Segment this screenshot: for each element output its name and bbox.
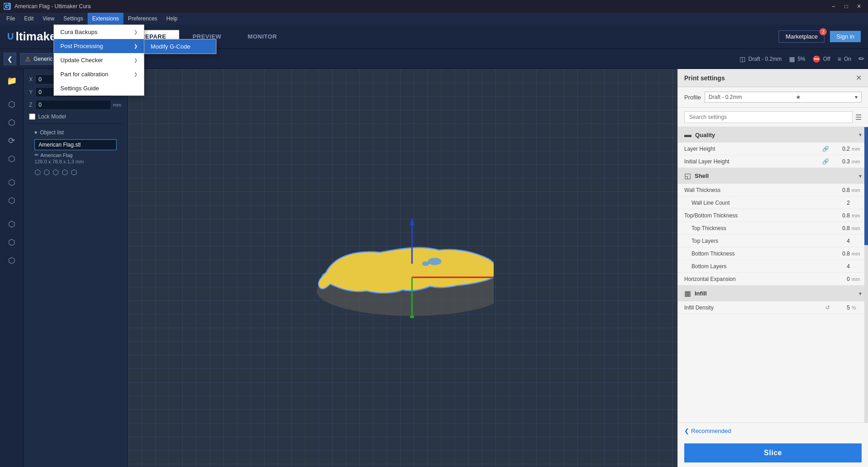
menu-file[interactable]: File <box>2 13 20 25</box>
infill-density-value: 5 <box>832 305 850 311</box>
wall-thickness-row: Wall Thickness 0.8 mm <box>678 184 868 197</box>
horizontal-expansion-value: 0 <box>832 276 850 282</box>
object-top-icon[interactable]: ⬡ <box>53 168 59 177</box>
infill-chevron: ▾ <box>859 290 862 297</box>
infill-section-icon: ▦ <box>684 289 691 298</box>
menu-part-calibration[interactable]: Part for calibration ❯ <box>54 67 144 81</box>
z-coord-row: Z mm <box>29 100 122 110</box>
layer-height-unit: mm <box>852 146 862 152</box>
tool-open-file[interactable]: 📁 <box>4 73 20 89</box>
object-side-icon[interactable]: ⬡ <box>44 168 50 177</box>
infill-density-unit: % <box>852 305 862 310</box>
menu-edit[interactable]: Edit <box>20 13 38 25</box>
material-warning-icon: ⚠ <box>25 55 31 63</box>
z-input[interactable] <box>35 100 111 110</box>
layer-height-link-icon: 🔗 <box>822 146 829 152</box>
object-more-icon[interactable]: ⬡ <box>71 168 77 177</box>
update-checker-arrow: ❯ <box>134 58 137 63</box>
infill-section-header[interactable]: ▦ Infill ▾ <box>678 285 868 301</box>
top-bottom-thickness-value: 0.8 <box>832 212 850 219</box>
infill-density-label: Infill Density <box>684 305 825 311</box>
print-settings-header: Print settings ✕ <box>678 69 868 87</box>
adhesion-setting: ≡ On <box>838 55 851 63</box>
menu-settings-guide[interactable]: Settings Guide <box>54 81 144 95</box>
menu-cura-backups[interactable]: Cura Backups ❯ <box>54 25 144 39</box>
menu-settings[interactable]: Settings <box>59 13 88 25</box>
signin-button[interactable]: Sign in <box>830 31 861 42</box>
initial-layer-height-link-icon: 🔗 <box>822 158 829 165</box>
menu-help[interactable]: Help <box>162 13 182 25</box>
menu-post-processing[interactable]: Post Processing ❯ Modify G-Code <box>54 39 144 53</box>
tool-mirror[interactable]: ⬡ <box>4 151 20 167</box>
wall-line-count-value: 2 <box>832 200 850 206</box>
infill-icon: ▦ <box>789 55 795 63</box>
object-front-icon[interactable]: ⬡ <box>34 168 41 177</box>
tool-move[interactable]: ⬡ <box>4 96 20 113</box>
object-delete-icon[interactable]: ⬡ <box>62 168 68 177</box>
close-button[interactable]: ✕ <box>853 2 864 11</box>
menu-update-checker[interactable]: Update Checker ❯ <box>54 53 144 67</box>
infill-section-title: Infill <box>695 290 855 297</box>
transform-panel: X mm Y mm Z mm Lock Model ▾ Object list <box>24 69 128 467</box>
print-settings-close[interactable]: ✕ <box>856 74 862 82</box>
top-layers-value: 4 <box>832 238 850 244</box>
profile-icon: ◫ <box>740 55 745 63</box>
settings-menu-button[interactable]: ☰ <box>855 113 862 122</box>
edit-button[interactable]: ✏ <box>858 54 864 63</box>
top-thickness-row: Top Thickness 0.8 mm <box>678 222 868 235</box>
shell-section-header[interactable]: ◱ Shell ▾ <box>678 168 868 184</box>
tool-arrange[interactable]: ⬡ <box>4 234 20 251</box>
tool-scale[interactable]: ⬡ <box>4 114 20 131</box>
cura-backups-arrow: ❯ <box>134 29 137 34</box>
profile-select-value: Draft - 0.2mm <box>709 94 742 100</box>
chevron-left-icon: ❮ <box>684 428 689 434</box>
tool-rotate[interactable]: ⟳ <box>4 133 20 149</box>
logo-icon: U <box>7 31 14 42</box>
menu-view[interactable]: View <box>38 13 59 25</box>
recommended-button[interactable]: ❮ Recommended <box>684 428 731 434</box>
menu-extensions[interactable]: Extensions <box>88 13 123 25</box>
maximize-button[interactable]: □ <box>841 2 852 11</box>
marketplace-button[interactable]: Marketplace 3 <box>779 30 824 43</box>
shell-section-title: Shell <box>695 172 855 179</box>
slice-button[interactable]: Slice <box>684 443 862 462</box>
wall-line-count-label: Wall Line Count <box>684 200 832 206</box>
modify-gcode-item[interactable]: Modify G-Code <box>144 39 216 54</box>
tool-support-blocker[interactable]: ⬡ <box>4 192 20 209</box>
tool-per-model[interactable]: ⬡ <box>4 174 20 191</box>
quality-section-header[interactable]: ▬ Quality ▾ <box>678 127 868 143</box>
part-calibration-arrow: ❯ <box>134 72 137 77</box>
shell-icon: ◱ <box>684 172 691 180</box>
wall-thickness-value: 0.8 <box>832 187 850 193</box>
viewport[interactable] <box>128 69 677 467</box>
header-right: Marketplace 3 Sign in <box>779 30 861 43</box>
layer-height-value: 0.2 <box>832 146 850 152</box>
bottom-thickness-unit: mm <box>852 251 862 256</box>
tool-something[interactable]: ⬡ <box>4 252 20 269</box>
lock-model-checkbox[interactable] <box>29 113 35 120</box>
object-list-header[interactable]: ▾ Object list <box>34 129 117 136</box>
top-thickness-unit: mm <box>852 226 862 231</box>
marketplace-badge: 3 <box>819 28 827 35</box>
bottom-layers-value: 4 <box>832 263 850 270</box>
top-bottom-thickness-unit: mm <box>852 213 862 218</box>
tab-monitor[interactable]: MONITOR <box>235 30 290 43</box>
scrollbar-thumb[interactable] <box>864 127 868 245</box>
minimize-button[interactable]: ‒ <box>828 2 839 11</box>
bottom-thickness-row: Bottom Thickness 0.8 mm <box>678 247 868 260</box>
tool-layers[interactable]: ⬡ <box>4 216 20 232</box>
object-name-input[interactable] <box>34 139 117 150</box>
layer-height-label: Layer Height <box>684 146 822 152</box>
adhesion-value: On <box>844 56 851 62</box>
quality-section-title: Quality <box>695 132 855 138</box>
nav-prev-button[interactable]: ❮ <box>4 53 16 65</box>
menu-bar: File Edit View Settings Extensions Prefe… <box>0 13 868 25</box>
lock-model-row: Lock Model <box>29 113 122 120</box>
menu-preferences[interactable]: Preferences <box>123 13 162 25</box>
support-setting: ⛔ Off <box>813 55 830 63</box>
top-thickness-label: Top Thickness <box>684 225 832 231</box>
profile-select[interactable]: Draft - 0.2mm ★ ▾ <box>705 92 862 103</box>
search-input[interactable] <box>684 111 853 123</box>
scrollbar-track[interactable] <box>864 127 868 423</box>
initial-layer-height-value: 0.3 <box>832 158 850 165</box>
